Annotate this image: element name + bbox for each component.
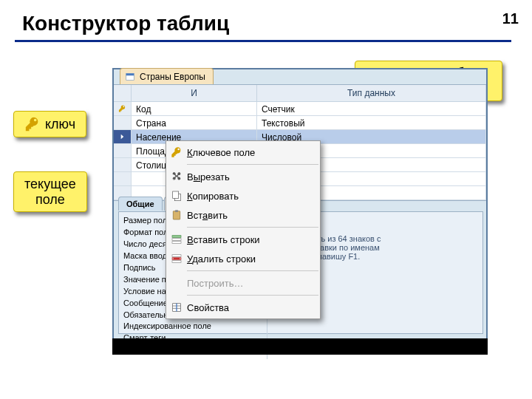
menu-separator <box>187 295 318 296</box>
menu-item-label: Удалить строки <box>187 253 314 265</box>
callout-current-line2: поле <box>24 192 76 208</box>
property-label[interactable]: Индексированное поле <box>123 321 262 332</box>
row-selector[interactable] <box>114 158 132 172</box>
menu-item-label: Вставить <box>187 210 314 221</box>
table-row[interactable]: СтранаТекстовый <box>114 116 486 130</box>
field-type-cell[interactable]: Текстовый <box>257 116 486 130</box>
row-selector[interactable] <box>114 144 132 158</box>
svg-rect-3 <box>173 191 179 198</box>
menu-item-copy[interactable]: Копировать <box>166 186 320 205</box>
deleterow-icon <box>166 253 187 265</box>
svg-rect-8 <box>172 242 181 244</box>
insertrow-icon <box>166 233 187 245</box>
context-menu: Ключевое полеВырезатьКопироватьВставитьВ… <box>166 140 321 319</box>
page-number: 11 <box>502 10 519 27</box>
row-selector[interactable] <box>114 172 132 186</box>
menu-item-label: Построить… <box>187 278 314 289</box>
field-name-cell[interactable]: Страна <box>132 116 257 130</box>
row-selector[interactable] <box>114 102 132 116</box>
menu-separator <box>187 227 318 228</box>
menu-separator <box>187 270 318 271</box>
table-tab-title: Страны Европы <box>140 72 205 82</box>
svg-rect-11 <box>172 261 181 263</box>
page-title: Конструктор таблиц <box>22 12 229 35</box>
menu-item-label: Свойства <box>187 302 314 313</box>
svg-rect-5 <box>175 210 178 212</box>
cut-icon <box>166 171 187 183</box>
menu-separator <box>187 164 318 165</box>
field-name-cell[interactable]: Код <box>132 102 257 116</box>
svg-rect-1 <box>126 73 134 75</box>
menu-item-label: Ключевое поле <box>187 147 314 158</box>
grid-header-name: И <box>132 85 257 102</box>
grid-corner <box>114 85 132 102</box>
window-bottom-strip <box>112 338 488 355</box>
callout-key-text: ключ <box>45 117 75 132</box>
menu-item-paste[interactable]: Вставить <box>166 205 320 225</box>
callout-current-line1: текущее <box>24 177 76 192</box>
menu-item-cut[interactable]: Вырезать <box>166 167 320 186</box>
menu-item-label: Вставить строки <box>187 234 314 245</box>
callout-current-field: текущее поле <box>13 171 87 212</box>
paste-icon <box>166 209 187 221</box>
title-rule <box>15 40 511 42</box>
svg-rect-7 <box>172 239 181 241</box>
grid-header-type: Тип данных <box>257 85 486 102</box>
field-type-cell[interactable]: Счетчик <box>257 102 486 116</box>
table-tab[interactable]: Страны Европы <box>120 68 214 84</box>
copy-icon <box>166 190 187 202</box>
tab-general[interactable]: Общие <box>118 197 163 211</box>
svg-rect-9 <box>172 255 181 257</box>
callout-key: ключ <box>13 111 86 137</box>
menu-item-key-field[interactable]: Ключевое поле <box>166 143 320 162</box>
row-selector[interactable] <box>114 116 132 130</box>
table-icon <box>125 72 135 82</box>
menu-item-label: Вырезать <box>187 171 314 183</box>
table-row[interactable]: КодСчетчик <box>114 102 486 116</box>
svg-rect-6 <box>172 236 181 238</box>
svg-rect-13 <box>176 304 177 312</box>
menu-item-build: Построить… <box>166 273 320 293</box>
menu-item-insert-rows[interactable]: Вставить строки <box>166 230 320 249</box>
row-selector[interactable] <box>114 130 132 144</box>
menu-item-properties[interactable]: Свойства <box>166 298 320 317</box>
menu-item-label: Копировать <box>187 191 314 202</box>
props-icon <box>166 301 187 313</box>
svg-rect-4 <box>173 211 180 219</box>
key-icon <box>24 116 41 132</box>
menu-item-delete-rows[interactable]: Удалить строки <box>166 249 320 268</box>
key-icon <box>166 146 187 158</box>
